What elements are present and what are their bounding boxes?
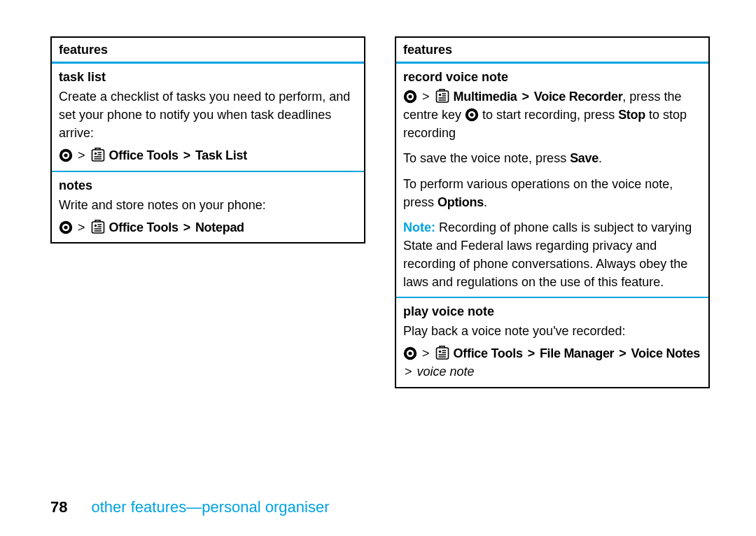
save-text-b: . bbox=[598, 151, 602, 165]
note-label: Note: bbox=[403, 220, 435, 234]
path-notepad: Notepad bbox=[195, 220, 244, 234]
multimedia-icon bbox=[435, 89, 450, 104]
stop-label: Stop bbox=[618, 108, 645, 122]
nav-key-icon bbox=[465, 108, 479, 122]
notes-title: notes bbox=[59, 176, 357, 195]
path-multimedia: Multimedia bbox=[454, 90, 517, 104]
play-body: Play back a voice note you've recorded: bbox=[403, 322, 701, 340]
right-header: features bbox=[396, 38, 708, 64]
path-voice-note-item: voice note bbox=[417, 365, 475, 379]
manual-page: features task list Create a checklist of… bbox=[0, 0, 756, 536]
left-column: features task list Create a checklist of… bbox=[50, 36, 365, 388]
two-column-layout: features task list Create a checklist of… bbox=[50, 36, 715, 388]
path-file-manager: File Manager bbox=[540, 346, 614, 360]
record-title: record voice note bbox=[403, 68, 701, 86]
task-list-path: > Office Tools > Task List bbox=[59, 146, 357, 164]
nav-key-icon bbox=[59, 148, 73, 162]
task-list-cell: task list Create a checklist of tasks yo… bbox=[52, 64, 364, 171]
nav-key-icon bbox=[59, 220, 73, 234]
page-number: 78 bbox=[50, 498, 67, 516]
record-options-line: To perform various operations on the voi… bbox=[403, 175, 701, 211]
options-label: Options bbox=[438, 195, 484, 209]
page-footer: 78 other features—personal organiser bbox=[50, 498, 329, 516]
path-voice-notes: Voice Notes bbox=[631, 346, 700, 360]
notes-body: Write and store notes on your phone: bbox=[59, 196, 357, 214]
play-title: play voice note bbox=[403, 302, 701, 320]
left-features-table: features task list Create a checklist of… bbox=[50, 36, 365, 244]
path-office-tools: Office Tools bbox=[109, 220, 178, 234]
left-header: features bbox=[52, 38, 364, 64]
nav-key-icon bbox=[403, 346, 417, 360]
office-tools-icon bbox=[90, 148, 106, 163]
right-features-table: features record voice note > Multimedia … bbox=[395, 36, 710, 388]
path-office-tools: Office Tools bbox=[454, 346, 523, 360]
path-task-list: Task List bbox=[195, 148, 247, 162]
play-voice-note-cell: play voice note Play back a voice note y… bbox=[396, 298, 708, 386]
options-text-b: . bbox=[484, 195, 487, 209]
record-save-line: To save the voice note, press Save. bbox=[403, 149, 701, 167]
record-path-line: > Multimedia > Voice Recorder, press the… bbox=[403, 87, 701, 142]
record-note-block: Note: Recording of phone calls is subjec… bbox=[403, 218, 701, 291]
office-tools-icon bbox=[90, 220, 106, 235]
save-label: Save bbox=[570, 151, 598, 165]
office-tools-icon bbox=[435, 346, 450, 361]
notes-cell: notes Write and store notes on your phon… bbox=[52, 172, 364, 242]
save-text-a: To save the voice note, press bbox=[403, 151, 570, 165]
path-office-tools: Office Tools bbox=[109, 148, 178, 162]
task-list-body: Create a checklist of tasks you need to … bbox=[59, 87, 357, 142]
nav-key-icon bbox=[403, 90, 417, 104]
play-path: > Office Tools > File Manager > Voice No… bbox=[403, 344, 701, 381]
section-title: other features—personal organiser bbox=[91, 498, 329, 516]
task-list-title: task list bbox=[59, 68, 357, 86]
note-body: Recording of phone calls is subject to v… bbox=[403, 220, 692, 289]
record-text-1b: to start recording, press bbox=[479, 108, 618, 122]
right-column: features record voice note > Multimedia … bbox=[395, 36, 710, 388]
path-voice-recorder: Voice Recorder bbox=[534, 90, 623, 104]
notes-path: > Office Tools > Notepad bbox=[59, 218, 357, 237]
record-voice-note-cell: record voice note > Multimedia > Voice R… bbox=[396, 64, 708, 298]
